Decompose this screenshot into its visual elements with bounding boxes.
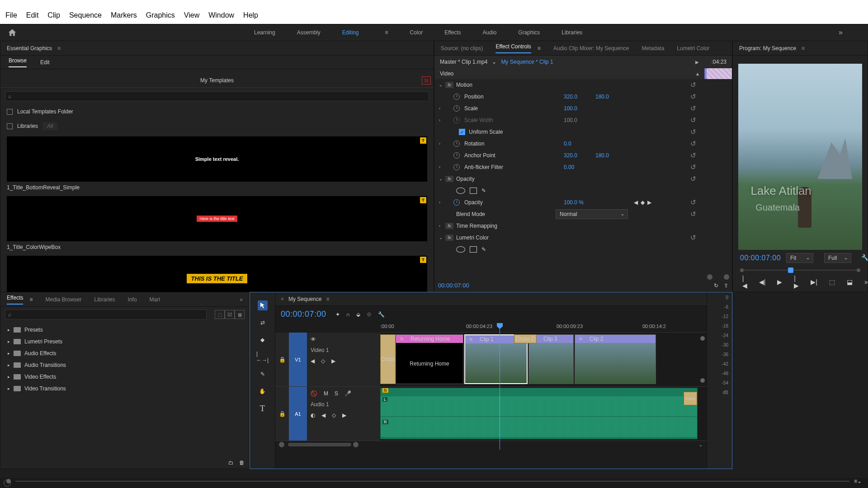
stopwatch-active-icon[interactable] bbox=[453, 199, 460, 206]
menu-view[interactable]: View bbox=[180, 11, 203, 19]
ellipse-mask-icon[interactable] bbox=[456, 246, 465, 253]
stock-badge-icon[interactable]: St bbox=[422, 76, 431, 84]
reset-icon[interactable]: ↺ bbox=[690, 116, 700, 124]
timeline-settings-icon[interactable]: ⚙ bbox=[367, 311, 372, 318]
resolution-dropdown[interactable]: Full bbox=[824, 253, 851, 263]
fx-folder-presets[interactable]: ▸Presets bbox=[3, 324, 246, 336]
add-keyframe-icon[interactable]: ◆ bbox=[641, 199, 645, 206]
step-forward-icon[interactable]: |▶ bbox=[794, 275, 799, 289]
play-icon[interactable]: ▶ bbox=[777, 278, 782, 286]
toggle-track-output-icon[interactable]: 👁 bbox=[311, 336, 316, 343]
fx-badge-icon[interactable]: fx bbox=[445, 176, 453, 182]
reset-icon[interactable]: ↺ bbox=[690, 198, 700, 206]
expand-motion-icon[interactable]: ⌄ bbox=[439, 83, 445, 87]
scrub-start-icon[interactable] bbox=[740, 268, 744, 272]
track-target-v1[interactable]: V1 bbox=[289, 333, 307, 386]
go-to-in-icon[interactable]: |◀ bbox=[742, 275, 747, 289]
close-sequence-icon[interactable]: × bbox=[281, 296, 284, 302]
tab-source[interactable]: Source: (no clips) bbox=[441, 45, 483, 52]
reset-icon[interactable]: ↺ bbox=[690, 234, 700, 242]
delete-icon[interactable]: 🗑 bbox=[239, 460, 245, 466]
reset-icon[interactable]: ↺ bbox=[690, 163, 700, 171]
track-target-a1[interactable]: A1 bbox=[289, 387, 307, 441]
ec-sequence-clip[interactable]: My Sequence * Clip 1 bbox=[501, 59, 553, 65]
rotation-value[interactable]: 0.0 bbox=[564, 141, 595, 147]
pen-mask-icon[interactable]: ✎ bbox=[481, 188, 486, 194]
new-bin-icon[interactable]: 🗀 bbox=[228, 460, 234, 466]
ec-play-icon[interactable]: ▶ bbox=[695, 60, 699, 65]
rect-mask-icon[interactable] bbox=[470, 188, 477, 194]
transition-cross-d[interactable]: Cross D bbox=[514, 334, 537, 343]
track-select-tool-icon[interactable]: ⇄ bbox=[258, 318, 268, 328]
tab-audio-clip-mixer[interactable]: Audio Clip Mixer: My Sequence bbox=[553, 45, 629, 52]
reset-icon[interactable]: ↺ bbox=[690, 81, 700, 89]
eg-tab-edit[interactable]: Edit bbox=[40, 59, 50, 66]
tab-lumetri-color[interactable]: Lumetri Color bbox=[677, 45, 709, 52]
yuv-fx-icon[interactable]: ▦ bbox=[235, 310, 245, 319]
ec-current-time[interactable]: 00:00:07:00 bbox=[438, 282, 469, 289]
audio-transition[interactable]: Cons bbox=[684, 392, 697, 405]
track-resize-handle[interactable] bbox=[700, 336, 705, 341]
linked-selection-icon[interactable]: ∩ bbox=[346, 311, 350, 318]
scrub-end-icon[interactable] bbox=[857, 268, 860, 272]
track-resize-handle[interactable] bbox=[700, 378, 705, 383]
timeline-zoom-scroll[interactable]: ⌄ bbox=[275, 441, 707, 448]
expand-opacity-icon[interactable]: ⌄ bbox=[439, 177, 445, 181]
keyframe-mode-icon[interactable]: ◐ bbox=[311, 412, 315, 418]
menu-help[interactable]: Help bbox=[240, 11, 262, 19]
motion-label[interactable]: Motion bbox=[456, 82, 556, 88]
workspace-editing[interactable]: Editing bbox=[340, 29, 361, 36]
effect-controls-menu-icon[interactable]: ≡ bbox=[538, 45, 541, 52]
menu-clip[interactable]: Clip bbox=[44, 11, 64, 19]
program-preview[interactable]: Lake Atitlan Guatemala bbox=[738, 64, 862, 250]
menu-graphics[interactable]: Graphics bbox=[142, 11, 179, 19]
menu-file[interactable]: File bbox=[2, 11, 21, 19]
stopwatch-icon[interactable] bbox=[453, 164, 460, 170]
mute-disabled-icon[interactable]: 🚫 bbox=[311, 390, 317, 397]
fx-badge-icon[interactable]: fx bbox=[445, 82, 453, 88]
mute-button[interactable]: M bbox=[324, 390, 328, 397]
collapse-up-icon[interactable]: ▴ bbox=[696, 70, 699, 77]
prev-keyframe-icon[interactable]: ◀ bbox=[634, 199, 638, 206]
tab-media-browser[interactable]: Media Browser bbox=[45, 296, 81, 303]
go-to-out-icon[interactable]: ▶| bbox=[811, 278, 817, 286]
zoom-fit-dropdown[interactable]: Fit bbox=[786, 253, 813, 263]
clip-returning-home[interactable]: fxReturning Home Returning Home bbox=[396, 334, 463, 384]
transition-cross[interactable]: Cross bbox=[380, 334, 396, 384]
audio-clip[interactable]: fx L R Cons bbox=[380, 388, 698, 439]
position-x[interactable]: 320.0 bbox=[564, 94, 595, 100]
slip-tool-icon[interactable]: ✎ bbox=[258, 369, 268, 379]
tab-effect-controls[interactable]: Effect Controls bbox=[495, 43, 531, 53]
stopwatch-icon[interactable] bbox=[453, 94, 460, 100]
type-tool-icon[interactable]: T bbox=[258, 404, 268, 413]
overflow-transport-icon[interactable]: » bbox=[864, 278, 868, 286]
blend-mode-dropdown[interactable]: Normal bbox=[556, 209, 628, 219]
program-menu-icon[interactable]: ≡ bbox=[802, 45, 805, 52]
reset-icon[interactable]: ↺ bbox=[690, 104, 700, 113]
reset-icon[interactable]: ↺ bbox=[690, 151, 700, 160]
selection-tool-icon[interactable] bbox=[258, 300, 268, 310]
expand-icon[interactable]: › bbox=[439, 106, 445, 111]
my-templates-button[interactable]: My Templates St bbox=[0, 74, 434, 88]
eg-tab-browse[interactable]: Browse bbox=[9, 57, 27, 67]
stopwatch-icon[interactable] bbox=[453, 152, 460, 159]
workspace-editing-menu-icon[interactable]: ≡ bbox=[383, 29, 390, 36]
fx-badge-icon[interactable]: fx bbox=[445, 223, 453, 229]
ripple-edit-tool-icon[interactable]: ◆ bbox=[258, 335, 268, 345]
effects-search-input[interactable]: ⌕ bbox=[5, 310, 207, 319]
prev-kf-icon[interactable]: ◀ bbox=[311, 358, 315, 364]
eg-menu-icon[interactable]: ≡ bbox=[57, 45, 61, 52]
fx-folder-video-effects[interactable]: ▸Video Effects bbox=[3, 371, 246, 383]
timeline-tc[interactable]: 00:00:07:00 bbox=[281, 310, 326, 319]
snap-icon[interactable]: ✦ bbox=[335, 311, 340, 318]
track-lock-icon[interactable]: 🔒 bbox=[275, 387, 289, 441]
effects-menu-icon[interactable]: ≡ bbox=[29, 296, 33, 303]
pen-mask-icon[interactable]: ✎ bbox=[481, 246, 486, 253]
scale-value[interactable]: 100.0 bbox=[564, 105, 595, 112]
libraries-checkbox[interactable] bbox=[7, 123, 13, 129]
uniform-scale-checkbox[interactable]: ✓ bbox=[459, 129, 465, 135]
menu-sequence[interactable]: Sequence bbox=[66, 11, 105, 19]
workspace-effects[interactable]: Effects bbox=[443, 29, 462, 36]
next-kf-icon[interactable]: ▶ bbox=[331, 358, 335, 364]
tab-effects[interactable]: Effects bbox=[7, 295, 23, 305]
